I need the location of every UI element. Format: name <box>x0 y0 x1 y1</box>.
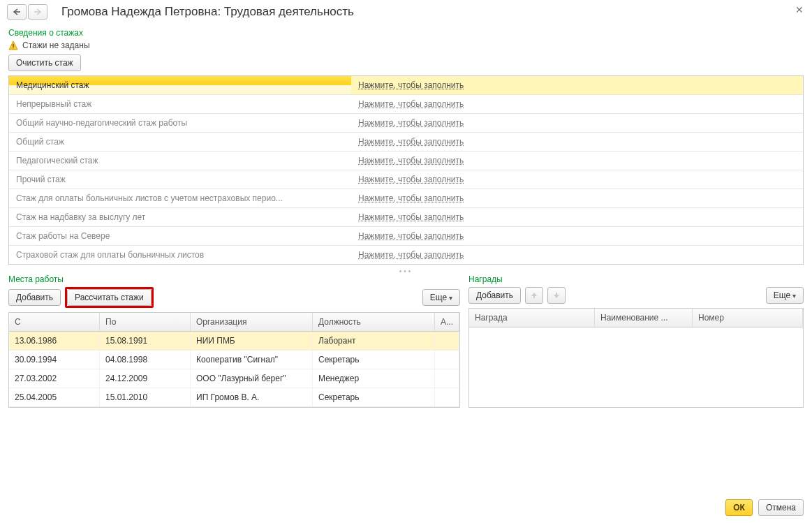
table-cell: 30.09.1994 <box>9 351 100 369</box>
footer: ОК Отмена <box>725 499 804 516</box>
lower-panels: Места работы Добавить Рассчитать стажи Е… <box>0 273 812 408</box>
stazh-row[interactable]: Педагогический стажНажмите, чтобы заполн… <box>9 152 803 170</box>
jobs-more-button[interactable]: Еще <box>422 289 460 306</box>
stazh-row[interactable]: Непрерывный стажНажмите, чтобы заполнить <box>9 95 803 114</box>
fill-link[interactable]: Нажмите, чтобы заполнить <box>358 193 464 203</box>
fill-link[interactable]: Нажмите, чтобы заполнить <box>358 137 464 147</box>
jobs-toolbar: Добавить Рассчитать стажи Еще <box>8 287 460 308</box>
table-cell: 15.01.2010 <box>100 388 191 406</box>
table-row[interactable]: 13.06.198615.08.1991НИИ ПМБЛаборант <box>9 332 459 351</box>
stazh-row-label: Стаж для оплаты больничных листов с учет… <box>9 189 351 207</box>
fill-link[interactable]: Нажмите, чтобы заполнить <box>358 99 464 109</box>
stazh-row-action: Нажмите, чтобы заполнить <box>351 114 803 132</box>
fill-link[interactable]: Нажмите, чтобы заполнить <box>358 175 464 184</box>
highlight-box: Рассчитать стажи <box>65 287 154 308</box>
stazh-row-action: Нажмите, чтобы заполнить <box>351 208 803 226</box>
stazh-warning-text: Стажи не заданы <box>22 40 90 50</box>
fill-link[interactable]: Нажмите, чтобы заполнить <box>358 80 464 90</box>
fill-link[interactable]: Нажмите, чтобы заполнить <box>358 212 464 222</box>
table-cell: 04.08.1998 <box>100 351 191 369</box>
table-cell: Менеджер <box>313 369 435 388</box>
jobs-col-org[interactable]: Организация <box>191 313 313 331</box>
jobs-col-pos[interactable]: Должность <box>313 313 435 331</box>
stazh-row-label: Страховой стаж для оплаты больничных лис… <box>9 246 351 264</box>
fill-link[interactable]: Нажмите, чтобы заполнить <box>358 250 464 260</box>
calculate-stazh-button[interactable]: Рассчитать стажи <box>67 289 152 306</box>
splitter[interactable] <box>8 269 804 273</box>
table-cell <box>435 369 459 388</box>
table-cell: 24.12.2009 <box>100 369 191 388</box>
svg-rect-3 <box>13 44 13 47</box>
awards-col-num[interactable]: Номер <box>693 309 803 327</box>
table-cell <box>435 332 459 350</box>
jobs-section-label: Места работы <box>8 273 460 287</box>
table-cell: Секретарь <box>313 388 435 406</box>
table-row[interactable]: 27.03.200224.12.2009ООО "Лазурный берег"… <box>9 369 459 388</box>
jobs-col-a[interactable]: А... <box>435 313 459 331</box>
awards-col-award[interactable]: Награда <box>469 309 595 327</box>
awards-more-button[interactable]: Еще <box>766 287 804 304</box>
fill-link[interactable]: Нажмите, чтобы заполнить <box>358 118 464 128</box>
stazh-section-label: Сведения о стажах <box>0 21 812 39</box>
stazh-row-action: Нажмите, чтобы заполнить <box>351 76 803 94</box>
svg-rect-4 <box>13 47 13 48</box>
stazh-row[interactable]: Страховой стаж для оплаты больничных лис… <box>9 246 803 264</box>
stazh-row-action: Нажмите, чтобы заполнить <box>351 133 803 151</box>
jobs-grid: С По Организация Должность А... 13.06.19… <box>8 312 460 408</box>
jobs-col-to[interactable]: По <box>100 313 191 331</box>
clear-stazh-button[interactable]: Очистить стаж <box>8 54 81 71</box>
move-up-button[interactable] <box>525 287 543 304</box>
stazh-row[interactable]: Стаж работы на СевереНажмите, чтобы запо… <box>9 227 803 246</box>
close-button[interactable]: ✕ <box>795 4 804 15</box>
nav-buttons <box>7 4 47 20</box>
stazh-row[interactable]: Общий научно-педагогический стаж работыН… <box>9 114 803 133</box>
stazh-row-label: Медицинский стаж <box>9 76 351 94</box>
awards-panel: Награды Добавить Еще Награда Наименовани… <box>468 273 804 408</box>
stazh-row-label: Непрерывный стаж <box>9 95 351 113</box>
table-cell: Секретарь <box>313 351 435 369</box>
fill-link[interactable]: Нажмите, чтобы заполнить <box>358 231 464 241</box>
stazh-row[interactable]: Стаж на надбавку за выслугу летНажмите, … <box>9 208 803 227</box>
cancel-button[interactable]: Отмена <box>758 499 804 516</box>
warning-icon <box>8 40 18 50</box>
stazh-row[interactable]: Стаж для оплаты больничных листов с учет… <box>9 189 803 208</box>
add-job-button[interactable]: Добавить <box>8 289 61 306</box>
jobs-grid-header: С По Организация Должность А... <box>9 313 459 332</box>
table-cell: ООО "Лазурный берег" <box>191 369 313 388</box>
fill-link[interactable]: Нажмите, чтобы заполнить <box>358 156 464 165</box>
arrow-right-icon <box>34 8 42 15</box>
stazh-row-label: Общий научно-педагогический стаж работы <box>9 114 351 132</box>
nav-back-button[interactable] <box>7 4 27 20</box>
table-cell: НИИ ПМБ <box>191 332 313 350</box>
arrow-left-icon <box>13 8 21 15</box>
page-title: Громова Надежда Петровна: Трудовая деяте… <box>61 5 354 19</box>
awards-section-label: Награды <box>468 273 804 287</box>
arrow-up-icon <box>531 292 538 299</box>
nav-forward-button[interactable] <box>28 4 47 20</box>
stazh-row-label: Стаж работы на Севере <box>9 227 351 245</box>
ok-button[interactable]: ОК <box>725 499 753 516</box>
jobs-col-from[interactable]: С <box>9 313 100 331</box>
topbar: Громова Надежда Петровна: Трудовая деяте… <box>0 0 812 21</box>
stazh-row[interactable]: Общий стажНажмите, чтобы заполнить <box>9 133 803 152</box>
stazh-row-action: Нажмите, чтобы заполнить <box>351 246 803 264</box>
add-award-button[interactable]: Добавить <box>468 287 521 304</box>
awards-grid-header: Награда Наименование ... Номер <box>469 309 803 327</box>
table-cell <box>435 351 459 369</box>
stazh-row-label: Педагогический стаж <box>9 152 351 170</box>
table-cell <box>435 388 459 406</box>
table-cell: Кооператив "Сигнал" <box>191 351 313 369</box>
table-row[interactable]: 25.04.200515.01.2010ИП Громов В. А.Секре… <box>9 388 459 407</box>
stazh-row[interactable]: Медицинский стажНажмите, чтобы заполнить <box>9 76 803 95</box>
stazh-row-label: Стаж на надбавку за выслугу лет <box>9 208 351 226</box>
stazh-row-action: Нажмите, чтобы заполнить <box>351 189 803 207</box>
table-row[interactable]: 30.09.199404.08.1998Кооператив "Сигнал"С… <box>9 351 459 369</box>
awards-col-name[interactable]: Наименование ... <box>595 309 693 327</box>
stazh-warning-row: Стажи не заданы <box>0 39 812 54</box>
stazh-table: Медицинский стажНажмите, чтобы заполнить… <box>8 75 804 265</box>
move-down-button[interactable] <box>547 287 566 304</box>
table-cell: Лаборант <box>313 332 435 350</box>
table-cell: 27.03.2002 <box>9 369 100 388</box>
stazh-row-label: Прочий стаж <box>9 170 351 189</box>
stazh-row[interactable]: Прочий стажНажмите, чтобы заполнить <box>9 170 803 189</box>
